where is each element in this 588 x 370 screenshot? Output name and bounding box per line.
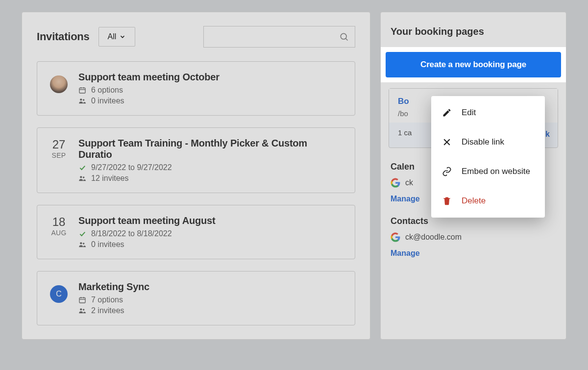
invitation-card[interactable]: Support team meeting October 6 options 0…: [37, 61, 355, 116]
date-range: 9/27/2022 to 9/27/2022: [91, 163, 172, 172]
contact-account-text: ck@doodle.com: [405, 233, 462, 242]
trash-icon: [442, 196, 452, 206]
search-input[interactable]: [210, 33, 339, 41]
invitees-text: 2 invitees: [91, 306, 124, 315]
contact-account-row: ck@doodle.com: [391, 232, 558, 242]
svg-point-16: [80, 308, 82, 310]
invitation-title: Marketing Sync: [78, 281, 343, 293]
date-month: AUG: [49, 229, 69, 237]
calendar-icon: [78, 86, 86, 94]
svg-point-10: [80, 242, 82, 244]
avatar: [50, 75, 68, 93]
invitations-heading: Invitations: [37, 30, 90, 43]
date-block: 18 AUG: [49, 215, 69, 237]
check-icon: [78, 230, 86, 238]
link-icon: [442, 167, 452, 176]
ctx-embed-label: Embed on website: [462, 167, 530, 176]
ctx-edit[interactable]: Edit: [431, 98, 545, 127]
invitees-text: 12 invitees: [91, 174, 129, 183]
people-icon: [78, 97, 86, 105]
ctx-delete[interactable]: Delete: [431, 186, 545, 216]
svg-point-7: [83, 99, 84, 100]
svg-point-8: [80, 176, 82, 178]
filter-label: All: [108, 32, 117, 41]
svg-point-11: [83, 243, 84, 244]
search-icon: [339, 32, 349, 42]
ctx-edit-label: Edit: [462, 108, 476, 118]
invitations-panel: Invitations All Support team meeting Oct…: [22, 12, 370, 340]
chevron-down-icon: [119, 33, 126, 40]
invitation-title: Support team meeting August: [78, 215, 343, 226]
booking-pages-heading: Your booking pages: [389, 26, 558, 37]
booking-page-context-menu: Edit Disable link Embed on website Delet…: [431, 96, 545, 218]
svg-point-0: [341, 33, 346, 39]
calendar-icon: [78, 296, 86, 304]
people-icon: [78, 307, 86, 315]
google-icon: [391, 232, 400, 242]
date-range: 8/18/2022 to 8/18/2022: [91, 229, 172, 238]
check-icon: [78, 164, 86, 172]
invitation-card[interactable]: 27 SEP Support Team Training - Monthly P…: [37, 127, 355, 193]
search-box[interactable]: [203, 26, 355, 48]
invitation-card[interactable]: 18 AUG Support team meeting August 8/18/…: [37, 205, 355, 259]
manage-calendars-link[interactable]: Manage: [391, 195, 420, 203]
invitation-card[interactable]: C Marketing Sync 7 options 2 invitees: [37, 271, 355, 325]
options-text: 6 options: [91, 86, 123, 95]
manage-contacts-link[interactable]: Manage: [391, 249, 420, 258]
date-month: SEP: [49, 151, 69, 159]
options-text: 7 options: [91, 296, 123, 304]
svg-point-17: [83, 309, 84, 310]
invitation-title: Support Team Training - Monthly Picker &…: [78, 138, 343, 160]
svg-line-1: [346, 39, 348, 41]
ctx-delete-label: Delete: [462, 196, 486, 206]
invitees-text: 0 invitees: [91, 97, 124, 105]
svg-point-6: [80, 99, 82, 100]
people-icon: [78, 174, 86, 182]
svg-rect-2: [79, 88, 85, 93]
ctx-embed[interactable]: Embed on website: [431, 157, 545, 186]
filter-dropdown[interactable]: All: [98, 27, 136, 47]
svg-point-9: [83, 176, 84, 178]
avatar: C: [50, 285, 68, 303]
pencil-icon: [442, 108, 452, 118]
contacts-heading: Contacts: [391, 216, 558, 226]
invitees-text: 0 invitees: [91, 240, 124, 249]
date-day: 27: [49, 138, 69, 151]
google-icon: [391, 178, 400, 188]
invitation-title: Support team meeting October: [78, 72, 343, 83]
create-booking-page-button[interactable]: Create a new booking page: [386, 52, 561, 77]
ctx-disable-label: Disable link: [462, 137, 504, 147]
date-block: 27 SEP: [49, 138, 69, 159]
date-day: 18: [49, 215, 69, 229]
ctx-disable-link[interactable]: Disable link: [431, 127, 545, 157]
people-icon: [78, 241, 86, 248]
close-icon: [442, 137, 452, 147]
svg-rect-12: [79, 297, 85, 303]
calendar-account-text: ck: [405, 178, 413, 187]
